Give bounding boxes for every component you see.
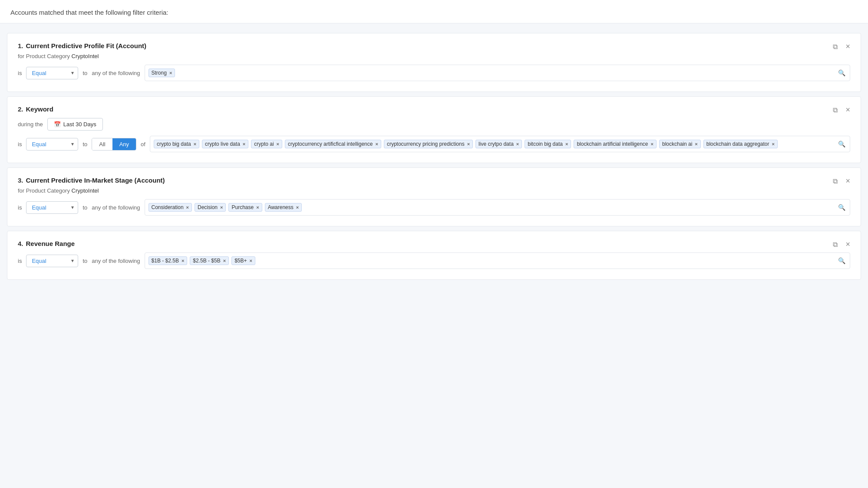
tag-label-3-1: Decision [198,204,218,210]
section-number-4: 4. [18,240,23,247]
to-label-4: to [83,258,87,264]
toggle-any-2[interactable]: Any [112,138,136,150]
tag-3-2: Purchase× [228,203,262,212]
tag-remove-3-1[interactable]: × [220,205,223,210]
copy-button-3[interactable]: ⧉ [831,177,839,186]
tag-remove-2-8[interactable]: × [695,142,697,147]
tag-remove-2-4[interactable]: × [467,142,470,147]
tag-label-2-6: bitcoin big data [528,141,563,147]
date-label-2: Last 30 Days [63,121,96,128]
tag-remove-4-1[interactable]: × [223,259,226,263]
tag-label-3-2: Purchase [231,204,254,210]
filter-section-3: 3.Current Predictive In-Market Stage (Ac… [7,167,861,226]
tag-remove-4-0[interactable]: × [182,259,184,263]
search-icon[interactable]: 🔍 [838,69,845,76]
of-label-2: of [141,141,145,147]
close-button-1[interactable]: × [844,41,852,52]
is-label-1: is [18,70,22,76]
search-icon[interactable]: 🔍 [838,204,845,211]
tag-4-0: $1B - $2.5B× [149,256,188,265]
dropdown-wrapper-3: Equal [26,201,78,214]
dropdown-wrapper-4: Equal [26,255,78,267]
toggle-all-2[interactable]: All [92,138,112,150]
tag-3-1: Decision× [195,203,226,212]
product-value-1: CryptoIntel [72,53,99,59]
tag-label-2-4: cryptocurrency pricing predictions [387,141,465,147]
any-label-4: any of the following [92,258,140,264]
section-actions-2: ⧉× [831,105,852,115]
tag-remove-2-1[interactable]: × [243,142,245,147]
tag-label-2-7: blockchain artificial intelligence [577,141,648,147]
toggle-group-2: AllAny [92,138,136,151]
section-title-1: Current Predictive Profile Fit (Account) [26,42,147,49]
calendar-icon: 📅 [54,121,61,128]
tag-remove-2-6[interactable]: × [565,142,568,147]
tag-label-2-5: live crytpo data [479,141,514,147]
tag-remove-2-0[interactable]: × [194,142,196,147]
section-number-3: 3. [18,177,23,184]
tag-label-4-1: $2.5B - $5B [193,258,220,264]
equal-dropdown-4[interactable]: Equal [26,255,78,267]
tag-label-1-0: Strong [152,70,167,76]
tag-remove-2-3[interactable]: × [375,142,378,147]
section-title-4: Revenue Range [26,240,75,247]
tag-2-2: crypto ai× [251,140,282,148]
tag-remove-4-2[interactable]: × [250,259,252,263]
tag-label-2-1: crypto live data [205,141,240,147]
product-category-row-1: for Product Category CryptoIntel [18,53,850,59]
tag-3-0: Consideration× [149,203,192,212]
equal-dropdown-1[interactable]: Equal [26,67,78,79]
tag-2-5: live crytpo data× [475,140,522,148]
tag-2-1: crypto live data× [202,140,248,148]
dropdown-wrapper-2: Equal [26,138,78,151]
tag-remove-3-2[interactable]: × [256,205,259,210]
during-label-2: during the [18,121,43,128]
close-button-3[interactable]: × [844,176,852,187]
tag-label-2-9: blockchain data aggregator [706,141,769,147]
tag-remove-2-2[interactable]: × [277,142,279,147]
tag-label-2-0: crypto big data [157,141,191,147]
page-header-text: Accounts matched that meet the following… [10,9,858,16]
tag-remove-2-7[interactable]: × [651,142,653,147]
filter-section-2: 2.Keyword⧉×during the📅Last 30 DaysisEqua… [7,96,861,163]
tag-2-0: crypto big data× [154,140,199,148]
product-label-3: for Product Category [18,187,72,194]
tag-1-0: Strong× [149,69,175,77]
date-button-2[interactable]: 📅Last 30 Days [47,118,103,131]
section-number-1: 1. [18,42,23,49]
section-actions-3: ⧉× [831,176,852,187]
equal-dropdown-2[interactable]: Equal [26,138,78,151]
tag-remove-3-0[interactable]: × [186,205,189,210]
any-label-1: any of the following [92,70,140,76]
tag-remove-3-3[interactable]: × [296,205,299,210]
close-button-4[interactable]: × [844,239,852,250]
tag-label-4-0: $1B - $2.5B [152,258,179,264]
tag-label-3-0: Consideration [152,204,184,210]
copy-button-4[interactable]: ⧉ [831,240,839,249]
filter-row-1: isEqualtoany of the followingStrong×🔍 [18,65,850,81]
tag-2-3: cryptocurrency artificfical intelligence… [285,140,381,148]
dropdown-wrapper-1: Equal [26,67,78,79]
tag-4-1: $2.5B - $5B× [190,256,229,265]
tag-remove-2-9[interactable]: × [772,142,775,147]
is-label-3: is [18,204,22,211]
equal-dropdown-3[interactable]: Equal [26,201,78,214]
tag-2-8: blockchain ai× [659,140,701,148]
date-row-2: during the📅Last 30 Days [18,118,850,131]
section-title-3: Current Predictive In-Market Stage (Acco… [26,177,165,184]
search-icon[interactable]: 🔍 [838,257,845,264]
copy-button-2[interactable]: ⧉ [831,105,839,115]
tag-remove-1-0[interactable]: × [169,71,172,75]
search-icon[interactable]: 🔍 [838,141,845,147]
is-label-4: is [18,258,22,264]
tag-2-6: bitcoin big data× [525,140,571,148]
copy-button-1[interactable]: ⧉ [831,42,839,52]
filter-row-4: isEqualtoany of the following$1B - $2.5B… [18,252,850,269]
close-button-2[interactable]: × [844,105,852,115]
tag-remove-2-5[interactable]: × [516,142,519,147]
tag-2-9: blockchain data aggregator× [703,140,778,148]
filter-row-2: isEqualtoAllAnyofcrypto big data×crypto … [18,136,850,152]
tag-3-3: Awareness× [265,203,302,212]
to-label-2: to [83,141,87,147]
section-number-2: 2. [18,105,23,113]
